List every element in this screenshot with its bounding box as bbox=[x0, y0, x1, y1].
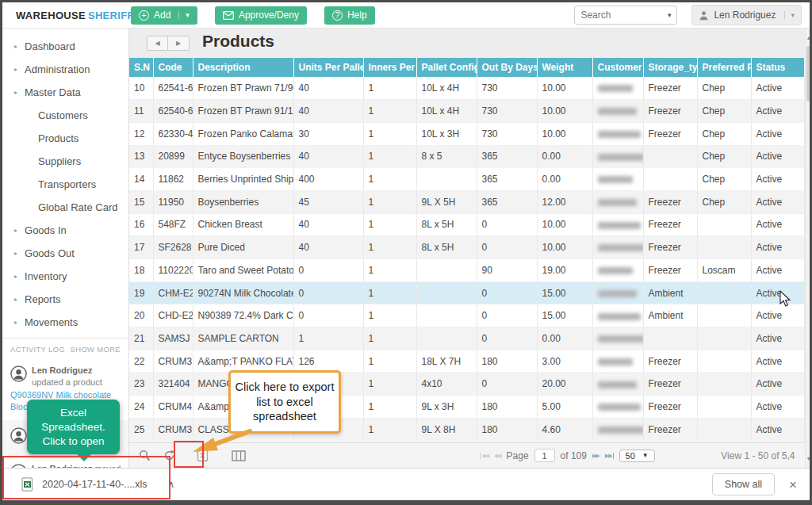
table-row[interactable]: 1411862Berries Unprinted Shipper40013650… bbox=[129, 168, 804, 191]
scroll-up-icon[interactable]: ▲ bbox=[806, 35, 812, 40]
column-header-status[interactable]: Status bbox=[751, 58, 804, 77]
chevron-down-icon[interactable]: ▾ bbox=[784, 11, 795, 19]
sidebar-item-label: Suppliers bbox=[38, 155, 81, 167]
table-row[interactable]: 16548FZChicken Breast4018L x 5H010.00Fre… bbox=[129, 213, 804, 236]
sidebar-item-movements[interactable]: ▸Movements bbox=[2, 311, 128, 334]
sidebar-item-goods-in[interactable]: ▸Goods In bbox=[2, 219, 128, 242]
close-icon[interactable]: × bbox=[789, 478, 797, 492]
column-header-code[interactable]: Code bbox=[153, 58, 193, 77]
cell-status: Active bbox=[751, 190, 804, 213]
table-row[interactable]: 1262330-4Frozen Panko Calamari 1.5-23011… bbox=[129, 122, 804, 145]
column-header-preferred-pal[interactable]: Preferred Pal bbox=[697, 58, 751, 77]
cell-s-n: 19 bbox=[129, 281, 153, 304]
vertical-scrollbar[interactable]: ▲ ▼ bbox=[805, 29, 812, 468]
cell-code: 11862 bbox=[153, 168, 193, 191]
cell-storage-type: Freezer bbox=[643, 373, 697, 396]
sidebar-item-customers[interactable]: Customers bbox=[2, 104, 128, 127]
column-header-weight[interactable]: Weight bbox=[537, 58, 592, 77]
redacted-customer-value bbox=[598, 108, 637, 115]
back-arrow-button[interactable]: ◀ bbox=[147, 36, 168, 51]
cell-storage-type bbox=[643, 168, 697, 191]
column-header-customer[interactable]: Customer bbox=[592, 58, 643, 77]
table-row[interactable]: 17SF2628Pure Diced4018L x 5H010.00Freeze… bbox=[129, 236, 804, 259]
brand-logo: WAREHOUSESHERIFF bbox=[10, 6, 131, 25]
show-more-link[interactable]: SHOW MORE bbox=[71, 345, 121, 354]
prev-page-button[interactable]: ◀◀ bbox=[494, 453, 501, 459]
cell-storage-type: Freezer bbox=[643, 122, 697, 145]
search-input[interactable] bbox=[580, 10, 664, 21]
column-header-inners-per-ur[interactable]: Inners Per Ur bbox=[363, 58, 416, 77]
cell-weight: 12.00 bbox=[537, 190, 592, 213]
sidebar-item-administration[interactable]: ▸Administration bbox=[2, 58, 128, 81]
cell-preferred-pal bbox=[697, 418, 751, 441]
chevron-down-icon[interactable]: ▾ bbox=[668, 11, 672, 19]
table-row[interactable]: 19CHM-E290274N Milk Chocolate Easy01015.… bbox=[129, 281, 804, 304]
sidebar-nav: ▸Dashboard▸Administration▸Master DataCus… bbox=[2, 29, 128, 334]
envelope-icon bbox=[223, 11, 234, 20]
cell-weight: 0.00 bbox=[537, 168, 592, 191]
last-page-button[interactable]: ▶▶ bbox=[605, 453, 614, 459]
sidebar-item-label: Customers bbox=[38, 109, 88, 121]
sidebar-item-master-data[interactable]: ▸Master Data bbox=[2, 81, 128, 104]
sidebar-item-label: Dashboard bbox=[25, 40, 75, 52]
cell-preferred-pal: Chep bbox=[697, 100, 751, 123]
sidebar-item-dashboard[interactable]: ▸Dashboard bbox=[2, 35, 128, 58]
table-row[interactable]: 1320899Entyce Boysenberries 2.5Kg4018 x … bbox=[129, 145, 804, 168]
column-header-description[interactable]: Description bbox=[193, 58, 293, 77]
table-row[interactable]: 1511950Boysenberries4519L X 5H36512.00Fr… bbox=[129, 190, 804, 213]
cell-customer bbox=[592, 77, 643, 100]
help-button[interactable]: ?Help bbox=[324, 6, 375, 25]
cell-code: 11950 bbox=[153, 190, 193, 213]
cell-s-n: 17 bbox=[129, 236, 153, 259]
add-button[interactable]: +Add▾ bbox=[131, 6, 197, 25]
scrollbar-thumb[interactable] bbox=[806, 46, 812, 101]
cell-preferred-pal: Chep bbox=[697, 168, 751, 191]
table-row[interactable]: 1062541-6Frozen BT Prawn 71/90 cook40110… bbox=[129, 77, 804, 100]
sidebar-item-goods-out[interactable]: ▸Goods Out bbox=[2, 242, 128, 265]
cell-inners-per-ur: 1 bbox=[363, 396, 416, 419]
search-combobox[interactable]: ▾ bbox=[574, 6, 677, 25]
cell-preferred-pal bbox=[697, 327, 751, 350]
table-row[interactable]: 1162540-6Frozen BT Prawn 91/120 coc40110… bbox=[129, 100, 804, 123]
cell-units-per-pallet: 1 bbox=[293, 327, 363, 350]
column-header-storage-type[interactable]: Storage_type bbox=[643, 58, 697, 77]
cell-units-per-pallet: 0 bbox=[293, 259, 363, 282]
cell-inners-per-ur: 1 bbox=[363, 373, 416, 396]
cell-inners-per-ur: 1 bbox=[363, 122, 416, 145]
forward-arrow-button[interactable]: ▶ bbox=[168, 36, 190, 51]
next-page-button[interactable]: ▶▶ bbox=[592, 453, 599, 459]
column-header-s-n[interactable]: S.N bbox=[129, 58, 153, 77]
cell-status: Active bbox=[751, 350, 804, 373]
sidebar-item-reports[interactable]: ▸Reports bbox=[2, 288, 128, 311]
page-size-select[interactable]: 50▼ bbox=[619, 450, 655, 462]
chevron-down-icon[interactable]: ▾ bbox=[178, 11, 190, 19]
cell-storage-type: Freezer bbox=[643, 418, 697, 441]
sidebar-item-label: Reports bbox=[25, 293, 61, 305]
cell-preferred-pal bbox=[697, 304, 751, 327]
sidebar-item-products[interactable]: Products bbox=[2, 127, 128, 150]
first-page-button[interactable]: ◀◀ bbox=[480, 453, 488, 459]
cell-inners-per-ur: 1 bbox=[363, 304, 416, 327]
table-row[interactable]: 22CRUM3A&amp;T PANKO FLATHEAD126118L X 7… bbox=[129, 350, 804, 373]
table-row[interactable]: 181102220Taro and Sweet Potato Ball01901… bbox=[129, 259, 804, 282]
table-row[interactable]: 20CHD-E2N90389 72.4% Dark Chocola01015.0… bbox=[129, 304, 804, 327]
topbar: WAREHOUSESHERIFF +Add▾ Approve/Deny ?Hel… bbox=[2, 2, 810, 29]
mouse-cursor bbox=[779, 290, 792, 308]
sidebar-item-transporters[interactable]: Transporters bbox=[2, 173, 128, 196]
column-header-pallet-config[interactable]: Pallet Config bbox=[416, 58, 477, 77]
table-row[interactable]: 21SAMSJSAMPLE CARTON1100.00Active bbox=[129, 327, 804, 350]
redacted-customer-value bbox=[598, 176, 633, 183]
page-number-input[interactable] bbox=[534, 449, 555, 462]
show-all-button[interactable]: Show all bbox=[712, 473, 775, 495]
sidebar-item-suppliers[interactable]: Suppliers bbox=[2, 150, 128, 173]
approve-deny-button[interactable]: Approve/Deny bbox=[215, 6, 307, 25]
column-header-out-by-days[interactable]: Out By Days bbox=[477, 58, 537, 77]
user-menu[interactable]: Len Rodriguez ▾ bbox=[691, 5, 802, 25]
export-callout-tooltip: Click here to export list to excel sprea… bbox=[228, 370, 341, 434]
sidebar-item-inventory[interactable]: ▸Inventory bbox=[2, 265, 128, 288]
cell-weight: 10.00 bbox=[537, 100, 592, 123]
sidebar-item-global-rate-card[interactable]: Global Rate Card bbox=[2, 196, 128, 219]
cell-status: Active bbox=[751, 396, 804, 419]
scroll-down-icon[interactable]: ▼ bbox=[806, 456, 812, 461]
column-header-units-per-pallet[interactable]: Units Per Pallet bbox=[293, 58, 363, 77]
